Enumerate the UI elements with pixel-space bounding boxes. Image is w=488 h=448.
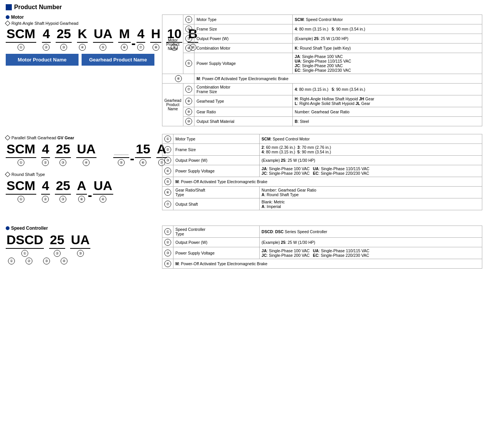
table-row: ④ Power Supply Voltage JA: Single-Phase … [162,165,482,177]
motor-product-name-box: Motor Product Name [6,54,79,66]
code-25: 25 ③ [56,26,72,51]
table-row: ② Output Power (W) (Example) 25: 25 W (1… [162,238,482,247]
speed-left-col: Speed Controller DSCD ① 25 ② [6,226,154,264]
table-row: ② Frame Size 4: 80 mm (3.15 in.) 5: 90 m… [162,24,482,34]
parallel-diamond-label: Parallel Shaft Gearhead GV Gear [6,135,154,140]
table-row: ⑥ Gear Ratio/ShaftType Number: Gearhead … [162,187,482,198]
parallel-diamond-icon [5,135,10,140]
table-row: ⑦ Output Shaft Blank: MetricA: Imperial [162,198,482,210]
motor-section: Motor Right-Angle Shaft Hypoid Gearhead … [6,15,482,126]
table-row: Motor Product Name ① Motor Type SCM: Spe… [162,15,482,24]
code-m: M ⑥ [118,26,130,51]
motor-left-col: Motor Right-Angle Shaft Hypoid Gearhead … [6,15,154,67]
gearhead-product-name-group: Gearhead Product Name [162,84,183,126]
table-row: ⑤ Power Supply Voltage JA: Single-Phase … [162,53,482,74]
round-diamond-icon [5,172,10,177]
label-boxes: Motor Product Name Gearhead Product Name [6,54,154,66]
parallel-right-tables: ① Motor Type SCM: Speed Control Motor ② … [162,134,482,218]
motor-product-name-group: Motor Product Name [162,15,183,74]
parallel-left-col: Parallel Shaft Gearhead GV Gear SCM ① 4 … [6,134,154,203]
round-code-line: SCM ① 4 ② 25 ③ [6,178,154,203]
speed-circle-row: ① ② ③ ④ [8,258,154,264]
speed-controller-section: Speed Controller DSCD ① 25 ② [6,226,482,269]
page-content: Product Number Motor Right-Angle Shaft H… [6,4,482,269]
round-diamond-label: Round Shaft Type [6,172,154,177]
speed-bullet-dot [6,226,10,230]
motor-bullet-dot [6,15,10,19]
diamond-icon [5,21,10,26]
table-row: ③ Output Power (W) (Example) 25: 25 W (1… [162,156,482,165]
table-row: ② Frame Size 2: 60 mm (2.36 in.) 3: 70 m… [162,144,482,156]
parallel-code-line: SCM ① 4 ② 25 ③ [6,142,154,166]
table-row: ③ Power Supply Voltage JA: Single-Phase … [162,247,482,259]
parallel-section: Parallel Shaft Gearhead GV Gear SCM ① 4 … [6,134,482,218]
motor-bullet-label: Motor [6,15,154,20]
table-row: ⑥ M: Power-Off Activated Type Electromag… [162,74,482,84]
code-k: K ④ [77,26,88,51]
hypoid-diamond-label: Right-Angle Shaft Hypoid Gearhead [6,21,154,26]
table-row: ⑩ Output Shaft Material B: Steel [162,117,482,126]
code-4g: 4 ⑦ [136,26,145,51]
speed-bullet-label: Speed Controller [6,226,154,231]
table-row: ④ M: Power-Off Activated Type Electromag… [162,259,482,269]
speed-table: ① Speed ControllerType DSCD: DSC Series … [162,226,482,269]
code-4: 4 ② [42,26,51,51]
gearhead-product-name-box: Gearhead Product Name [82,54,154,66]
table-row: ① Speed ControllerType DSCD: DSC Series … [162,226,482,238]
section-title: Product Number [6,4,482,11]
code-ua: UA ⑤ [93,26,113,51]
table-row: ④ Combination Motor K: Round Shaft Type … [162,44,482,53]
code-scm: SCM ① [6,26,36,51]
speed-right-table: ① Speed ControllerType DSCD: DSC Series … [162,226,482,269]
table-row: ⑨ Gear Ratio Number: Gearhead Gear Ratio [162,107,482,117]
parallel-table: ① Motor Type SCM: Speed Control Motor ② … [162,134,482,210]
blue-square-icon [6,4,12,10]
hypoid-right-table: Motor Product Name ① Motor Type SCM: Spe… [162,15,482,126]
section-title-text: Product Number [14,4,62,11]
table-row: ③ Output Power (W) (Example) 25: 25 W (1… [162,34,482,44]
speed-code-line: DSCD ① 25 ② UA ③ [6,232,154,257]
table-row: ① Motor Type SCM: Speed Control Motor [162,134,482,144]
hypoid-table: Motor Product Name ① Motor Type SCM: Spe… [162,15,482,126]
table-row: ⑤ M: Power-Off Activated Type Electromag… [162,177,482,187]
code-h: H ⑧ [150,26,161,51]
hypoid-code-line: SCM ① 4 ② 25 [6,26,154,51]
table-row: Gearhead Product Name ⑦ Combination Moto… [162,84,482,95]
table-row: ⑧ Gearhead Type H: Right-Angle Hollow Sh… [162,95,482,107]
